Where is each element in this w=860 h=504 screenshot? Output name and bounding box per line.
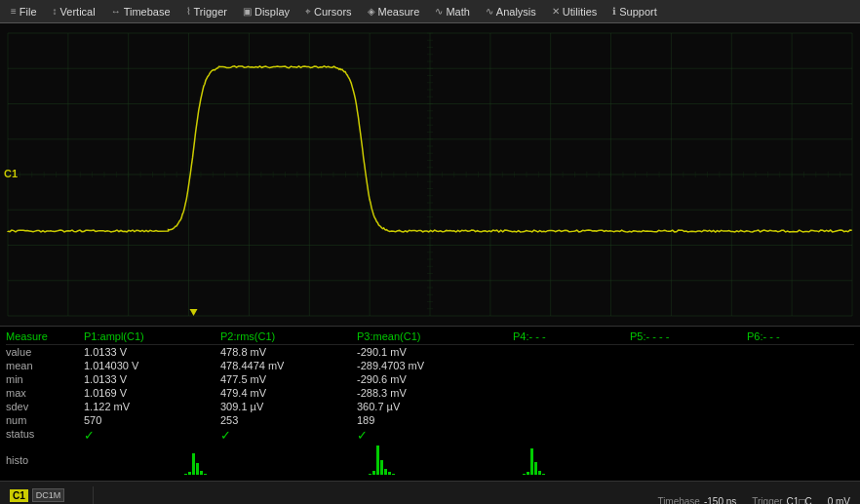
waveform-canvas [0, 23, 860, 326]
meas-row-2: min1.0133 V477.5 mV-290.6 mV [6, 372, 854, 386]
meas-row-6: status✓✓✓ [6, 427, 854, 444]
meas-header-label: Measure [6, 330, 84, 342]
bottom-bar: C1 DC1M 200 mV/div 0 mV offset Timebase … [0, 481, 860, 504]
menu-timebase[interactable]: ↔ Timebase [104, 4, 177, 19]
menu-measure[interactable]: ◈ Measure [361, 4, 427, 19]
utilities-icon: ✕ [552, 6, 560, 17]
meas-header-p1: P1:ampl(C1) [84, 330, 220, 342]
histo-bars [84, 446, 854, 475]
meas-row-1: mean1.014030 V478.4474 mV-289.4703 mV [6, 359, 854, 372]
tb-item-timebase: Timebase -150 ns [657, 496, 736, 505]
menu-vertical[interactable]: ↕ Vertical [46, 4, 102, 19]
vertical-icon: ↕ [53, 6, 58, 17]
trigger-icon: ⌇ [186, 6, 191, 17]
ch1-box: C1 [10, 489, 28, 502]
menu-display[interactable]: ▣ Display [236, 4, 296, 19]
histo-bar [388, 472, 391, 475]
histo-bar [184, 474, 187, 476]
rate1-val: 0 mV [828, 496, 850, 505]
histo-bar [376, 446, 379, 475]
histo-bar [542, 474, 545, 476]
display-icon: ▣ [243, 6, 252, 17]
meas-rows: value1.0133 V478.8 mV-290.1 mVmean1.0140… [6, 345, 854, 444]
meas-row-3: max1.0169 V479.4 mV-288.3 mV [6, 386, 854, 400]
meas-header-row: Measure P1:ampl(C1) P2:rms(C1) P3:mean(C… [6, 330, 854, 345]
meas-header-p3: P3:mean(C1) [357, 330, 513, 342]
timebase-icon: ↔ [111, 6, 121, 17]
timebase-info: Timebase -150 ns Trigger C1□C 0 mV 2.00 … [101, 496, 854, 505]
menu-trigger[interactable]: ⌇ Trigger [179, 4, 234, 19]
histo-bar [204, 474, 207, 476]
histo-bar [196, 463, 199, 475]
histo-bar [534, 462, 537, 476]
meas-header-p2: P2:rms(C1) [220, 330, 357, 342]
histo-bar [538, 471, 541, 476]
meas-row-5: num570253189 [6, 413, 854, 427]
meas-header-p5: P5:- - - - [630, 330, 747, 342]
meas-row-4: sdev1.122 mV309.1 µV360.7 µV [6, 400, 854, 413]
histo-bar [192, 453, 195, 476]
histo-bar [392, 474, 395, 476]
dc1m-box: DC1M [32, 488, 65, 502]
histo-row: histo [6, 444, 854, 477]
scope-area: C1 [0, 23, 860, 326]
menu-bar: ≡ File ↕ Vertical ↔ Timebase ⌇ Trigger ▣… [0, 0, 860, 23]
support-icon: ℹ [612, 6, 616, 17]
histo-bar [200, 471, 203, 476]
menu-analysis[interactable]: ∿ Analysis [479, 4, 543, 19]
meas-row-0: value1.0133 V478.8 mV-290.1 mV [6, 345, 854, 359]
histo-bar [372, 471, 375, 476]
menu-support[interactable]: ℹ Support [606, 4, 664, 19]
channel-label: C1 [4, 168, 18, 179]
math-icon: ∿ [435, 6, 443, 17]
histo-bar [530, 448, 533, 475]
histo-bar [523, 474, 526, 476]
ch1-label-row: C1 DC1M [10, 488, 89, 502]
file-icon: ≡ [11, 6, 17, 17]
menu-cursors[interactable]: ⌖ Cursors [298, 4, 359, 19]
histo-label: histo [6, 454, 84, 466]
cursors-icon: ⌖ [305, 6, 311, 18]
timebase-key: Timebase [657, 496, 700, 505]
menu-utilities[interactable]: ✕ Utilities [545, 4, 604, 19]
menu-math[interactable]: ∿ Math [428, 4, 476, 19]
ch1-info: C1 DC1M 200 mV/div 0 mV offset [6, 486, 94, 504]
tb-item-trigger: Trigger C1□C [752, 496, 811, 505]
meas-header-p4: P4:- - - [513, 330, 630, 342]
timebase-val: -150 ns [704, 496, 736, 505]
meas-header-p6: P6:- - - [747, 330, 825, 342]
tb-row-1: Timebase -150 ns Trigger C1□C 0 mV [101, 496, 854, 505]
measure-icon: ◈ [368, 6, 375, 17]
trigger-val: C1□C [787, 496, 812, 505]
analysis-icon: ∿ [486, 6, 493, 17]
histo-bar [369, 474, 371, 476]
histo-bar [527, 472, 529, 475]
measurements-panel: Measure P1:ampl(C1) P2:rms(C1) P3:mean(C… [0, 326, 860, 481]
histo-bar [188, 472, 191, 475]
menu-file[interactable]: ≡ File [4, 4, 44, 19]
tb-item-rate1: 0 mV [828, 496, 850, 505]
histo-bar [380, 460, 383, 475]
histo-bar [384, 469, 387, 475]
trigger-key: Trigger [752, 496, 782, 505]
